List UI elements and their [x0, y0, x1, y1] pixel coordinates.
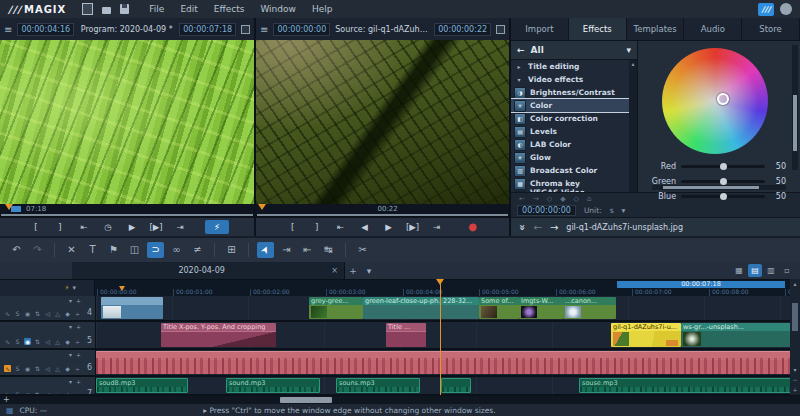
monitor-menu-icon[interactable]: ≡ [4, 24, 12, 35]
program-scrub-bar[interactable]: 07:18 [0, 204, 254, 214]
track-header-4[interactable]: ▾+ ∿S◉⇅◁△◆÷ 4 [0, 296, 96, 320]
tab-effects[interactable]: Effects [569, 18, 627, 40]
toolbar-button[interactable] [54, 243, 55, 257]
snap-icon[interactable]: ⊃ [147, 242, 164, 258]
track-lane-4[interactable]: grey-gree... green-leaf-close-up-ph... 2… [96, 296, 800, 320]
new-project-icon[interactable] [82, 3, 93, 15]
timeline-clip[interactable]: grey-gree... [309, 297, 363, 319]
crossfade-icon[interactable]: ◫ [126, 242, 143, 258]
track-control-icon[interactable]: ◉ [24, 310, 31, 317]
track-header-5[interactable]: ▾+ ∿S◉⇅◁△◆÷ 5 [0, 322, 96, 348]
keyframe-reset-icon[interactable]: ⌂ [587, 195, 591, 203]
effects-list-scrollbar[interactable]: ▴ [629, 60, 637, 192]
track-control-icon[interactable]: S [14, 338, 21, 345]
effect-item[interactable]: ▸ Title editing [511, 60, 629, 73]
mark-out-button[interactable]: ] [306, 220, 328, 234]
source-timecode-current[interactable]: 00:00:00:00 [273, 23, 330, 36]
track-control-icon[interactable]: ⇅ [34, 338, 41, 345]
track-header-6[interactable]: ▾+ ∿S◉⇅◁△◆÷ 6 [0, 350, 96, 375]
track-control-icon[interactable]: ◁ [44, 338, 51, 345]
tab-import[interactable]: Import [511, 18, 569, 40]
chevron-down-icon[interactable]: ▾ [627, 45, 632, 55]
timeline-clip[interactable]: ...canon... [563, 297, 616, 319]
timeline-clip[interactable]: 228-32... [441, 297, 479, 319]
preview-quality-button[interactable]: ⚡ [205, 220, 229, 234]
timeline-tab[interactable]: 2020-04-09 × [72, 262, 345, 279]
timeline-vscrollbar[interactable]: ▴ ▾ − + [790, 279, 800, 395]
timeline-clip[interactable]: green-leaf-close-up-ph... [363, 297, 441, 319]
slider-thumb[interactable] [720, 193, 727, 200]
scene-view-icon[interactable]: ▥ [764, 264, 778, 277]
timeline-marker-icon[interactable] [119, 286, 125, 291]
text-tool-icon[interactable]: T [84, 242, 101, 258]
add-tab-button[interactable]: + [345, 266, 361, 276]
record-button[interactable]: ● [462, 220, 484, 234]
toolbar-button[interactable] [214, 243, 215, 257]
layout-grid-icon[interactable]: ▦ [732, 264, 746, 277]
effect-item[interactable]: ▥ Broadcast Color [511, 164, 629, 177]
track-control-icon[interactable]: △ [54, 365, 61, 372]
timeline-clip[interactable]: Title X-pos. Y-pos. And cropping [161, 323, 276, 347]
chevron-down-icon[interactable]: ▾ [622, 206, 626, 215]
track-control-icon[interactable]: ◆ [64, 365, 71, 372]
slider-track[interactable] [681, 180, 765, 183]
timeline-ruler[interactable]: 00:00:07:18 00:00:00:00 00:00:01:00 00:0… [95, 280, 800, 296]
program-video-preview[interactable] [0, 40, 254, 204]
track-control-icon[interactable]: ⇅ [34, 365, 41, 372]
effect-item[interactable]: ◐ LAB Color [511, 138, 629, 151]
playback-range-button[interactable]: ◷ [97, 220, 119, 234]
timeline-clip[interactable] [101, 297, 163, 319]
mark-in-button[interactable]: [ [282, 220, 304, 234]
menu-item[interactable]: Effects [208, 2, 251, 16]
track-control-icon[interactable]: ◉ [24, 338, 31, 345]
loop-region[interactable]: 00:00:07:18 [617, 281, 785, 288]
effect-item[interactable]: ◑ Brightness/Contrast [511, 86, 629, 99]
color-editor-vscrollbar[interactable] [792, 45, 798, 170]
effect-item[interactable]: ▾ Video effects [511, 73, 629, 86]
track-control-icon[interactable]: ÷ [74, 310, 81, 317]
track-control-icon[interactable]: ÷ [74, 338, 81, 345]
track-control-icon[interactable]: ÷ [74, 365, 81, 372]
collapse-panel-icon[interactable]: » [517, 224, 528, 230]
select-right-icon[interactable]: ⇥ [278, 242, 295, 258]
track-control-icon[interactable]: ◆ [64, 310, 71, 317]
stretch-icon[interactable]: ↹ [320, 242, 337, 258]
tab-audio[interactable]: Audio [684, 18, 742, 40]
track-control-icon[interactable]: ◁ [44, 365, 51, 372]
play-range-button[interactable]: [▶] [145, 220, 167, 234]
slider-track[interactable] [681, 195, 765, 198]
menu-item[interactable]: Help [306, 2, 339, 16]
source-video-preview[interactable] [256, 40, 509, 204]
track-control-icon[interactable]: ◁ [44, 310, 51, 317]
tab-store[interactable]: Store [742, 18, 800, 40]
play-button[interactable]: ▶ [121, 220, 143, 234]
slider-track[interactable] [681, 165, 765, 168]
redo-icon[interactable]: ↷ [29, 242, 46, 258]
unit-select[interactable]: s [610, 206, 614, 215]
track-control-icon[interactable]: ∿ [4, 365, 11, 372]
track-lane-7[interactable]: soud8.mp3 sound.mp3 souns.mp3 souse.mp3 [96, 377, 800, 394]
effect-item[interactable]: ◧ Color correction [511, 112, 629, 125]
track-lane-6[interactable] [96, 350, 800, 375]
go-to-end-button[interactable]: ⇥ [426, 220, 448, 234]
menu-item[interactable]: File [143, 2, 170, 16]
keyframe-remove-icon[interactable]: ◆ [560, 195, 565, 203]
monitor-menu-icon[interactable]: ≡ [260, 24, 268, 35]
undo-icon[interactable]: ↶ [8, 242, 25, 258]
select-left-icon[interactable]: ⇤ [299, 242, 316, 258]
mark-in-button[interactable]: [ [25, 220, 47, 234]
keyframe-add-icon[interactable]: ◇ [547, 195, 552, 203]
menu-item[interactable]: Window [254, 2, 302, 16]
timeline-clip[interactable]: soud8.mp3 [96, 378, 188, 393]
effect-item[interactable]: ▤ Levels [511, 125, 629, 138]
effect-item[interactable]: ✳ Color [511, 99, 629, 112]
track-control-icon[interactable]: ◉ [24, 365, 31, 372]
timeline-hscrollbar[interactable]: + [0, 395, 800, 404]
account-icon[interactable] [780, 3, 792, 15]
track-control-icon[interactable]: S [14, 310, 21, 317]
timeline-clip[interactable]: Some of... [479, 297, 519, 319]
timeline-clip[interactable]: souns.mp3 [336, 378, 420, 393]
play-range-button[interactable]: [▶] [402, 220, 424, 234]
effect-timecode[interactable]: 00:00:00:00 [517, 205, 576, 216]
program-timecode-current[interactable]: 00:00:04:16 [17, 23, 74, 36]
